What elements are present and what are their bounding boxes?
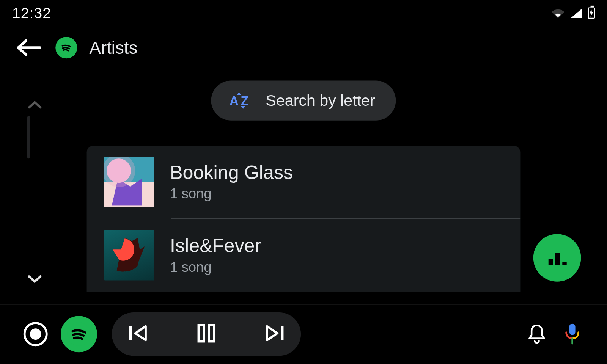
wifi-icon <box>552 5 565 22</box>
skip-next-icon <box>264 323 285 342</box>
notifications-button[interactable] <box>525 323 548 345</box>
cell-signal-icon <box>571 5 582 22</box>
app-header: Artists <box>14 36 138 59</box>
list-scroll-affordance <box>22 100 48 286</box>
svg-text:Z: Z <box>241 94 248 108</box>
page-title: Artists <box>89 38 137 57</box>
artist-name: Booking Glass <box>170 162 293 183</box>
svg-rect-9 <box>209 325 214 341</box>
status-bar: 12:32 <box>0 0 607 26</box>
svg-text:A: A <box>229 94 239 108</box>
mic-icon <box>564 323 581 345</box>
search-by-letter-button[interactable]: A Z Search by letter <box>211 81 396 121</box>
search-by-letter-label: Search by letter <box>266 91 375 110</box>
bottom-nav <box>0 304 607 363</box>
artist-list: Booking Glass 1 song Isle&Fever 1 song <box>87 146 521 292</box>
back-arrow-icon <box>16 39 41 56</box>
svg-rect-7 <box>129 326 132 340</box>
artist-subtitle: 1 song <box>170 186 293 202</box>
pause-icon <box>197 323 216 343</box>
scroll-track <box>27 116 30 158</box>
media-controls <box>112 312 301 355</box>
status-icons <box>552 5 595 22</box>
skip-previous-icon <box>127 323 149 342</box>
bell-icon <box>527 323 546 344</box>
launcher-button[interactable] <box>24 322 48 346</box>
next-track-button[interactable] <box>264 323 285 344</box>
play-pause-button[interactable] <box>197 323 216 345</box>
voice-assistant-button[interactable] <box>561 323 583 345</box>
list-item-meta: Isle&Fever 1 song <box>170 235 261 275</box>
equalizer-icon <box>546 249 568 267</box>
previous-track-button[interactable] <box>127 323 149 344</box>
scroll-up-button[interactable] <box>27 100 42 158</box>
list-item[interactable]: Booking Glass 1 song <box>87 146 521 218</box>
artist-thumbnail <box>104 230 154 281</box>
artist-name: Isle&Fever <box>170 235 261 256</box>
artist-subtitle: 1 song <box>170 259 261 275</box>
back-button[interactable] <box>14 36 44 59</box>
battery-charging-icon <box>588 7 595 19</box>
svg-rect-8 <box>198 325 204 341</box>
list-item-meta: Booking Glass 1 song <box>170 162 293 202</box>
spotify-icon <box>67 322 91 346</box>
artist-thumbnail <box>104 157 154 207</box>
status-clock: 12:32 <box>12 5 51 22</box>
svg-rect-3 <box>549 259 553 265</box>
az-sort-icon: A Z <box>228 91 253 111</box>
svg-rect-11 <box>569 323 576 335</box>
list-item[interactable]: Isle&Fever 1 song <box>87 219 521 292</box>
svg-rect-4 <box>555 253 560 265</box>
android-auto-screen: 12:32 Artists A Z <box>0 0 607 363</box>
scroll-down-button[interactable] <box>27 275 42 286</box>
svg-rect-5 <box>562 262 566 265</box>
now-playing-fab[interactable] <box>533 234 581 282</box>
chevron-down-icon <box>27 275 42 284</box>
svg-rect-10 <box>281 326 284 340</box>
chevron-up-icon <box>27 100 42 109</box>
spotify-app-button[interactable] <box>61 316 97 352</box>
spotify-logo-icon <box>55 37 77 58</box>
